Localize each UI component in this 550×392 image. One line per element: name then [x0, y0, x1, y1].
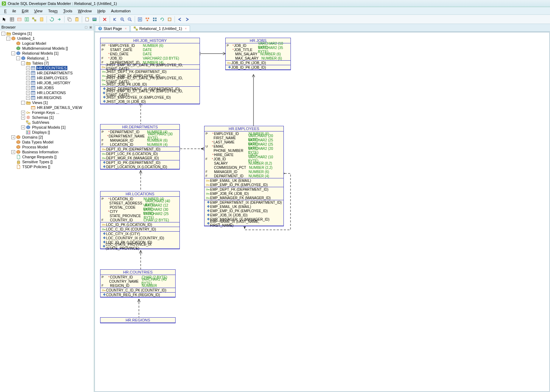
expand-toggle-icon[interactable]: + — [26, 96, 30, 100]
paste-icon[interactable] — [74, 16, 80, 23]
entity-hr-employees[interactable]: HR.EMPLOYEESP*EMPLOYEE_IDNUMBER (6)FIRST… — [204, 126, 284, 226]
layout-icon[interactable] — [144, 16, 151, 23]
menu-help[interactable]: Help — [94, 8, 108, 14]
tree-jobhistory[interactable]: +HR.JOB_HISTORY — [0, 80, 94, 85]
entity-hr-job_history[interactable]: HR.JOB_HISTORYPF*EMPLOYEE_IDNUMBER (6)PS… — [100, 38, 200, 104]
expand-toggle-icon[interactable]: - — [16, 56, 20, 60]
svg-rect-30 — [146, 18, 147, 19]
minimize-icon[interactable]: ▢ — [85, 25, 88, 29]
view-tool-icon[interactable] — [16, 16, 23, 23]
menu-team[interactable]: Team — [45, 8, 60, 14]
entity-hr-jobs[interactable]: HR.JOBSP*JOB_IDVARCHAR2 (10 BYTE)*JOB_TI… — [225, 38, 291, 70]
expand-toggle-icon[interactable]: - — [21, 61, 25, 65]
expand-toggle-icon[interactable]: - — [6, 37, 10, 41]
tree-empdetview[interactable]: HR.EMP_DETAILS_VIEW — [0, 105, 94, 110]
tree-tables[interactable]: -Tables [7] — [0, 61, 94, 66]
menu-window[interactable]: Window — [75, 8, 94, 14]
entity-hr-countries[interactable]: HR.COUNTRIESP*COUNTRY_IDCHAR (2 BYTE)COU… — [100, 269, 176, 298]
tree-displays[interactable]: Displays [] — [0, 130, 94, 135]
delete-icon[interactable] — [102, 16, 108, 23]
browser-tree[interactable]: -Designs [1]-Untitled_1Logical ModelMult… — [0, 30, 94, 392]
relation-tool-icon[interactable] — [31, 16, 37, 23]
tree-untitled[interactable]: -Untitled_1 — [0, 36, 94, 41]
tree-tsdp[interactable]: TSDP Policies [] — [0, 164, 94, 169]
back-icon[interactable] — [177, 16, 183, 23]
zoom-out-icon[interactable] — [127, 16, 133, 23]
grid2-icon[interactable] — [152, 16, 158, 23]
tree-node-icon — [16, 46, 21, 50]
entity-hr-regions[interactable]: HR.REGIONS — [100, 317, 176, 323]
expand-toggle-icon[interactable]: + — [26, 76, 30, 80]
tree-jobs[interactable]: +HR.JOBS — [0, 85, 94, 90]
tree-business[interactable]: +Business Information — [0, 149, 94, 154]
expand-toggle-icon[interactable]: + — [21, 116, 25, 120]
close-icon[interactable]: × — [185, 27, 187, 30]
table-tool-icon[interactable] — [9, 16, 15, 23]
tree-departments[interactable]: +HR.DEPARTMENTS — [0, 71, 94, 75]
tree-process[interactable]: Process Model — [0, 145, 94, 149]
svg-rect-159 — [103, 161, 105, 164]
tree-datatypes[interactable]: Data Types Model — [0, 140, 94, 145]
tree-fks[interactable]: +Foreign Keys ... — [0, 110, 94, 115]
pointer-tool-icon[interactable] — [1, 16, 8, 23]
forward-icon[interactable] — [184, 16, 190, 23]
tree-changereq[interactable]: Change Requests [] — [0, 154, 94, 159]
expand-toggle-icon[interactable]: - — [1, 32, 5, 36]
sync-icon[interactable] — [49, 16, 55, 23]
tree-physmodels[interactable]: +Physical Models [1] — [0, 125, 94, 130]
reload-icon[interactable] — [159, 16, 165, 23]
entity-hr-departments[interactable]: HR.DEPARTMENTSP*DEPARTMENT_IDNUMBER (4)*… — [100, 124, 180, 170]
menu-automation[interactable]: Automation — [108, 8, 134, 14]
menu-view[interactable]: View — [31, 8, 45, 14]
zoom-prev-icon[interactable] — [112, 16, 118, 23]
entity-hr-locations[interactable]: HR.LOCATIONSP*LOCATION_IDNUMBER (4)STREE… — [100, 191, 180, 249]
tree-locations[interactable]: +HR.LOCATIONS — [0, 90, 94, 95]
tree-subviews[interactable]: SubViews — [0, 120, 94, 125]
note-tool-icon[interactable] — [38, 16, 45, 23]
expand-toggle-icon[interactable]: + — [21, 111, 25, 115]
tree-multidim[interactable]: Multidimensional Models [] — [0, 46, 94, 51]
tree-domains[interactable]: +Domains [2] — [0, 135, 94, 140]
expand-toggle-icon[interactable]: + — [26, 66, 30, 70]
picture-icon[interactable] — [91, 16, 98, 23]
index-row: LOC_COUNTRY_IX (COUNTRY_ID) — [100, 236, 179, 240]
maximize-icon[interactable]: ▣ — [89, 25, 92, 29]
close-icon[interactable]: × — [125, 27, 127, 30]
menu-tools[interactable]: Tools — [60, 8, 75, 14]
expand-toggle-icon[interactable]: + — [21, 125, 25, 129]
arrow-right-icon[interactable] — [56, 16, 62, 23]
expand-toggle-icon[interactable]: + — [11, 150, 15, 154]
zoom-in-icon[interactable] — [119, 16, 126, 23]
expand-toggle-icon[interactable]: + — [26, 71, 30, 75]
tree-relmodels[interactable]: -Relational Models [1] — [0, 51, 94, 56]
tree-schemas[interactable]: +Schemas [1] — [0, 115, 94, 120]
diagram-icon — [134, 26, 138, 31]
toolbar — [0, 15, 550, 24]
tab-relational[interactable]: Relational_1 (Untitled_1) × — [130, 25, 190, 31]
box-icon[interactable] — [166, 16, 173, 23]
tree-logical[interactable]: Logical Model — [0, 41, 94, 46]
fit-icon[interactable] — [137, 16, 143, 23]
new-icon[interactable] — [84, 16, 90, 23]
menu-file[interactable]: File — [1, 8, 19, 14]
tree-designs[interactable]: -Designs [1] — [0, 31, 94, 36]
tree-regions[interactable]: +HR.REGIONS — [0, 95, 94, 100]
tree-countries[interactable]: +HR.COUNTRIES — [0, 66, 94, 71]
expand-toggle-icon[interactable]: + — [26, 81, 30, 85]
tree-employees[interactable]: +HR.EMPLOYEES — [0, 75, 94, 80]
tree-sensitive[interactable]: Sensitive Types [] — [0, 159, 94, 164]
tree-node-label: Process Model — [22, 145, 49, 149]
diagram-canvas[interactable]: HR.JOB_HISTORYPF*EMPLOYEE_IDNUMBER (6)PS… — [94, 32, 550, 392]
tab-start-page[interactable]: ? Start Page × — [95, 25, 130, 31]
expand-toggle-icon[interactable]: - — [11, 51, 15, 55]
split-tool-icon[interactable] — [24, 16, 30, 23]
tree-views[interactable]: -Views [1] — [0, 100, 94, 105]
menu-edit[interactable]: Edit — [19, 8, 31, 14]
copy-icon[interactable] — [66, 16, 73, 23]
svg-rect-203 — [103, 293, 105, 296]
tree-rel1[interactable]: -Relational_1 — [0, 56, 94, 61]
expand-toggle-icon[interactable]: - — [21, 101, 25, 105]
expand-toggle-icon[interactable]: + — [11, 135, 15, 139]
expand-toggle-icon[interactable]: + — [26, 91, 30, 95]
expand-toggle-icon[interactable]: + — [26, 86, 30, 90]
